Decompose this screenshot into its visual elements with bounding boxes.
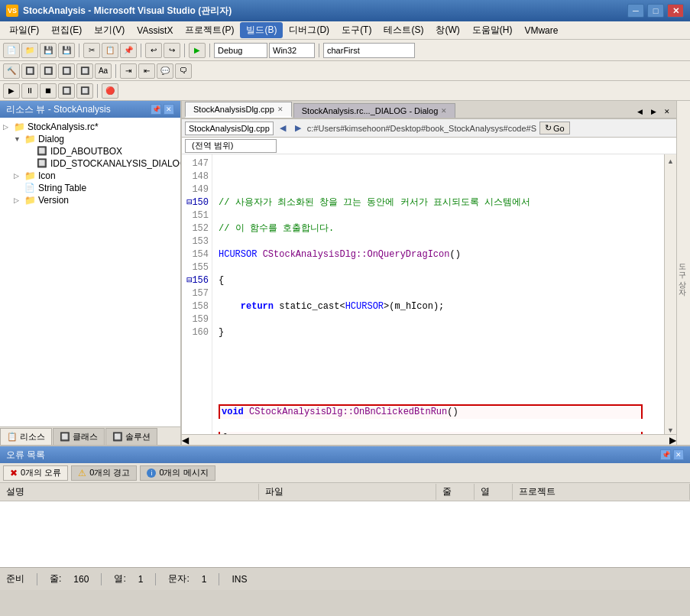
file-dropdown[interactable]: StockAnalysisDlg.cpp (185, 122, 274, 135)
tab-dlg-cpp-label: StockAnalysisDlg.cpp (193, 105, 274, 114)
menu-vmware[interactable]: VMware (518, 24, 564, 37)
platform-dropdown[interactable]: Win32 (269, 43, 315, 58)
open-button[interactable]: 📁 (21, 43, 38, 58)
separator (79, 44, 79, 57)
aboutbox-icon: 🔲 (37, 146, 49, 157)
tab-arrow-left[interactable]: ◀ (633, 105, 646, 118)
outdent-btn[interactable]: ⇤ (138, 63, 155, 79)
h-scroll-left[interactable]: ◀ (182, 435, 189, 446)
nav-forward[interactable]: ▶ (292, 123, 304, 133)
build-btn[interactable]: 🔨 (3, 63, 20, 79)
tab-arrow-right[interactable]: ▶ (647, 105, 659, 118)
tree-icon-folder[interactable]: ▷ 📁 Icon (2, 170, 179, 182)
save-all-button[interactable]: 💾 (58, 43, 75, 58)
uncomment-btn[interactable]: 🗨 (175, 63, 192, 79)
debug-btn1[interactable]: ▶ (3, 83, 20, 99)
main-area: 리소스 뷰 - StockAnalysis 📌 ✕ ▷ 📁 StockAnaly… (0, 101, 690, 445)
copy-button[interactable]: 📋 (102, 43, 118, 58)
tab-resources[interactable]: 📋 리소스 (0, 428, 52, 445)
code-area[interactable]: 147 148 149 ⊟150 151 152 153 154 155 ⊟15… (182, 154, 676, 434)
menu-build[interactable]: 빌드(B) (240, 22, 283, 38)
tree-dialog-folder[interactable]: ▼ 📁 Dialog (2, 133, 179, 145)
debug-btn4[interactable]: 🔲 (58, 83, 75, 99)
tab-dlg-cpp[interactable]: StockAnalysisDlg.cpp ✕ (185, 102, 292, 118)
paste-button[interactable]: 📌 (120, 43, 137, 58)
btn3[interactable]: 🔲 (40, 63, 57, 79)
save-button[interactable]: 💾 (40, 43, 57, 58)
tab-rc-close[interactable]: ✕ (441, 107, 447, 115)
menu-file[interactable]: 파일(F) (3, 22, 45, 38)
minimize-button[interactable]: ─ (627, 4, 644, 18)
scope-dropdown[interactable]: (전역 범위) (185, 139, 277, 153)
status-sep2 (101, 573, 102, 585)
tab-messages[interactable]: i 0개의 메시지 (140, 465, 215, 481)
tab-close-all[interactable]: ✕ (661, 105, 673, 118)
toolbar3: ▶ ⏸ ⏹ 🔲 🔲 🔴 (0, 81, 690, 101)
h-scrollbar[interactable]: ◀ ▶ (182, 434, 676, 445)
btn6[interactable]: Aa (95, 63, 112, 79)
cut-button[interactable]: ✂ (83, 43, 100, 58)
menu-tools[interactable]: 도구(T) (335, 22, 377, 38)
right-panel-icons: 도구 상자 속성 (676, 101, 690, 445)
btn5[interactable]: 🔲 (76, 63, 93, 79)
code-content[interactable]: // 사용자가 최소화된 창을 끄는 동안에 커서가 표시되도록 시스템에서 /… (212, 154, 664, 434)
tab-errors[interactable]: ✖ 0개의 오류 (3, 465, 68, 481)
nav-back[interactable]: ◀ (277, 123, 289, 133)
h-scroll-right[interactable]: ▶ (669, 435, 676, 446)
menu-edit[interactable]: 편집(E) (45, 22, 88, 38)
error-panel-pin[interactable]: 📌 (660, 449, 671, 460)
undo-button[interactable]: ↩ (145, 43, 162, 58)
line-148: // 사용자가 최소화된 창을 끄는 동안에 커서가 표시되도록 시스템에서 (219, 196, 658, 209)
tree-dialog-label: Dialog (38, 134, 64, 144)
tree-string-table[interactable]: 📄 String Table (2, 182, 179, 194)
menu-debug[interactable]: 디버그(D) (283, 22, 335, 38)
tree-version[interactable]: ▷ 📁 Version (2, 194, 179, 206)
debug-btn3[interactable]: ⏹ (40, 83, 57, 99)
debug-config-dropdown[interactable]: Debug (214, 43, 267, 58)
menu-test[interactable]: 테스트(S) (377, 22, 429, 38)
close-button[interactable]: ✕ (667, 4, 684, 18)
tree-idd-stockanalysis[interactable]: 🔲 IDD_STOCKANALYSIS_DIALOG (2, 157, 179, 170)
menu-view[interactable]: 보기(V) (88, 22, 131, 38)
tab-classes[interactable]: 🔲 클래스 (53, 428, 105, 445)
btn2[interactable]: 🔲 (21, 63, 38, 79)
redo-button[interactable]: ↪ (164, 43, 180, 58)
tab-warnings[interactable]: ⚠ 0개의 경고 (71, 465, 137, 481)
btn4[interactable]: 🔲 (58, 63, 75, 79)
panel-close-btn[interactable]: ✕ (164, 104, 174, 115)
error-icon: ✖ (10, 468, 18, 478)
tab-solutions[interactable]: 🔲 솔루션 (105, 428, 157, 445)
right-ruler[interactable]: ▲ ▼ (664, 154, 676, 434)
scroll-down-btn[interactable]: ▼ (667, 426, 674, 434)
debug-btn2[interactable]: ⏸ (21, 83, 38, 99)
tab-dlg-cpp-close[interactable]: ✕ (277, 105, 283, 113)
panel-pin-btn[interactable]: 📌 (151, 104, 161, 115)
target-dropdown[interactable]: charFirst (323, 43, 415, 58)
status-col-label: 열: (114, 572, 125, 585)
menu-help[interactable]: 도움말(H) (466, 22, 519, 38)
indent-btn[interactable]: ⇥ (120, 63, 137, 79)
run-button[interactable]: ▶ (189, 43, 206, 58)
bp-btn[interactable]: 🔴 (102, 83, 118, 99)
scroll-up-btn[interactable]: ▲ (667, 157, 674, 165)
menu-project[interactable]: 프로젝트(P) (179, 22, 240, 38)
maximize-button[interactable]: □ (647, 4, 664, 18)
col-col: 열 (475, 484, 513, 500)
go-button[interactable]: ↻ Go (539, 122, 570, 135)
tree-idd-aboutbox[interactable]: 🔲 IDD_ABOUTBOX (2, 145, 179, 157)
left-panel: 리소스 뷰 - StockAnalysis 📌 ✕ ▷ 📁 StockAnaly… (0, 101, 182, 445)
info-icon: i (147, 468, 156, 478)
comment-btn[interactable]: 💬 (157, 63, 173, 79)
tab-rc-dialog[interactable]: StockAnalysis.rc..._DIALOG - Dialog ✕ (293, 103, 456, 118)
separator (319, 44, 319, 57)
line-149: // 이 함수를 호출합니다. (219, 222, 658, 235)
menu-window[interactable]: 창(W) (429, 22, 465, 38)
tree-root[interactable]: ▷ 📁 StockAnalysis.rc* (2, 121, 179, 133)
right-panel: StockAnalysisDlg.cpp ✕ StockAnalysis.rc.… (182, 101, 676, 445)
new-button[interactable]: 📄 (3, 43, 20, 58)
menu-vassistx[interactable]: VAssistX (131, 24, 179, 37)
panel-title-buttons: 📌 ✕ (151, 104, 174, 115)
debug-btn5[interactable]: 🔲 (76, 83, 93, 99)
error-panel-title-text: 오류 목록 (6, 449, 45, 462)
error-panel-close[interactable]: ✕ (673, 449, 684, 460)
